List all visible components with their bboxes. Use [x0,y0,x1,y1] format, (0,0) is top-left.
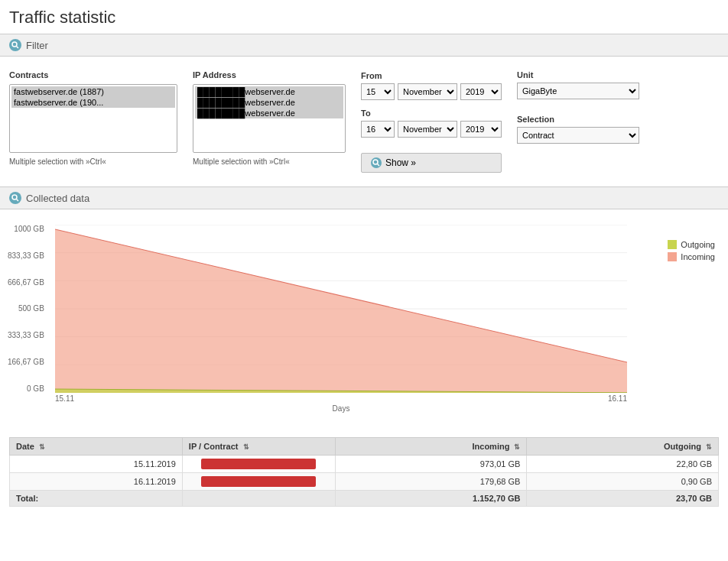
col-incoming[interactable]: Incoming ⇅ [335,438,527,456]
contracts-listbox-wrapper: fastwebserver.de (1887) fastwebserver.de… [9,84,177,153]
contracts-option-1[interactable]: fastwebserver.de (1887) [11,86,175,97]
row1-date: 15.11.2019 [10,456,183,473]
x-axis-labels: 15.11 16.11 [55,394,627,403]
svg-line-3 [378,164,380,167]
y-label-3: 666,67 GB [8,278,44,287]
unit-label: Unit [517,70,639,79]
total-empty [182,491,335,507]
legend-outgoing: Outgoing [668,240,715,249]
y-label-1: 1000 GB [8,225,44,233]
row2-redacted [201,476,316,487]
to-year-select[interactable]: 2019 [460,121,502,138]
selection-label: Selection [517,115,639,124]
contracts-listbox[interactable]: fastwebserver.de (1887) fastwebserver.de… [9,84,177,153]
x-axis-title: Days [55,404,627,413]
date-selection: From 15 November 2019 [361,70,502,138]
contracts-label: Contracts [9,70,177,79]
ip-option-3[interactable]: ████████webserver.de [195,108,343,118]
col-date-label: Date [16,442,34,451]
x-label-start: 15.11 [55,394,74,403]
legend-outgoing-label: Outgoing [681,240,715,249]
ip-address-col: IP Address ████████webserver.de ████████… [193,70,346,166]
total-outgoing: 23,70 GB [527,491,719,507]
row2-incoming: 179,68 GB [335,473,527,491]
contracts-note: Multiple selection with »Ctrl« [9,157,177,166]
collected-icon [9,192,21,204]
table-row: 15.11.2019 973,01 GB 22,80 GB [10,456,719,473]
to-row: To 16 November 2019 [361,108,502,138]
chart-legend: Outgoing Incoming [668,240,715,261]
show-icon [371,157,382,168]
from-day-select[interactable]: 15 [361,83,395,100]
data-table: Date ⇅ IP / Contract ⇅ Incoming ⇅ Outgoi… [9,437,719,507]
col-date[interactable]: Date ⇅ [10,438,183,456]
collected-section-header: Collected data [0,186,728,209]
total-label: Total: [10,491,183,507]
legend-outgoing-box [668,240,677,249]
chart-container: 1000 GB 833,33 GB 666,67 GB 500 GB 333,3… [55,225,627,423]
svg-point-2 [373,160,378,164]
date-unit-col: From 15 November 2019 [361,70,502,173]
filter-section-header: Filter [0,34,728,57]
legend-incoming: Incoming [668,252,715,261]
row2-outgoing: 0,90 GB [527,473,719,491]
selection-select[interactable]: Contract IP Address [517,127,639,144]
row2-contract [182,473,335,491]
filter-area: Contracts fastwebserver.de (1887) fastwe… [0,64,728,182]
svg-point-4 [12,195,17,199]
y-axis-labels: 1000 GB 833,33 GB 666,67 GB 500 GB 333,3… [8,225,44,393]
y-label-4: 500 GB [8,304,44,313]
show-button-label: Show » [385,157,416,168]
y-label-2: 833,33 GB [8,251,44,260]
page-title: Traffic statistic [0,0,728,34]
col-incoming-label: Incoming [472,442,509,451]
show-button[interactable]: Show » [361,153,502,173]
table-row: 16.11.2019 179,68 GB 0,90 GB [10,473,719,491]
contracts-option-2[interactable]: fastwebserver.de (190... [11,97,175,108]
col-contract-sort-icon: ⇅ [243,443,249,451]
from-row: From 15 November 2019 [361,70,502,100]
row1-incoming: 973,01 GB [335,456,527,473]
ip-listbox-wrapper: ████████webserver.de ████████webserver.d… [193,84,346,153]
row1-contract [182,456,335,473]
from-year-select[interactable]: 2019 [460,83,502,100]
svg-line-5 [17,199,19,202]
filter-label: Filter [26,40,48,51]
y-label-7: 0 GB [8,384,44,393]
y-label-6: 166,67 GB [8,358,44,366]
ip-note: Multiple selection with »Ctrl« [193,157,346,166]
filter-icon [9,39,21,51]
ip-option-1[interactable]: ████████webserver.de [195,86,343,97]
unit-selection-col: Unit Byte KiloByte MegaByte GigaByte Ter… [517,70,639,144]
svg-point-0 [12,42,17,47]
col-contract[interactable]: IP / Contract ⇅ [182,438,335,456]
col-outgoing-sort-icon: ⇅ [706,443,712,451]
to-day-select[interactable]: 16 [361,121,395,138]
chart-svg [55,225,627,393]
ip-address-listbox[interactable]: ████████webserver.de ████████webserver.d… [193,84,346,153]
from-label: From [361,71,382,80]
svg-line-1 [17,47,19,49]
col-date-sort-icon: ⇅ [39,443,45,451]
legend-incoming-box [668,252,677,261]
y-label-5: 333,33 GB [8,331,44,339]
to-month-select[interactable]: November [398,121,457,138]
row1-redacted [201,459,316,469]
unit-select[interactable]: Byte KiloByte MegaByte GigaByte TeraByte [517,83,639,99]
to-label: To [361,109,371,118]
contracts-col: Contracts fastwebserver.de (1887) fastwe… [9,70,177,166]
table-area: Date ⇅ IP / Contract ⇅ Incoming ⇅ Outgoi… [0,430,728,514]
total-row: Total: 1.152,70 GB 23,70 GB [10,491,719,507]
collected-label: Collected data [26,193,89,204]
table-header-row: Date ⇅ IP / Contract ⇅ Incoming ⇅ Outgoi… [10,438,719,456]
chart-area: 1000 GB 833,33 GB 666,67 GB 500 GB 333,3… [0,217,728,423]
col-outgoing[interactable]: Outgoing ⇅ [527,438,719,456]
from-month-select[interactable]: November [398,83,457,100]
col-incoming-sort-icon: ⇅ [514,443,520,451]
ip-option-2[interactable]: ████████webserver.de [195,97,343,108]
total-incoming: 1.152,70 GB [335,491,527,507]
col-contract-label: IP / Contract [189,442,239,451]
legend-incoming-label: Incoming [681,252,715,261]
unit-row: Unit Byte KiloByte MegaByte GigaByte Ter… [517,70,639,99]
x-label-end: 16.11 [608,394,627,403]
